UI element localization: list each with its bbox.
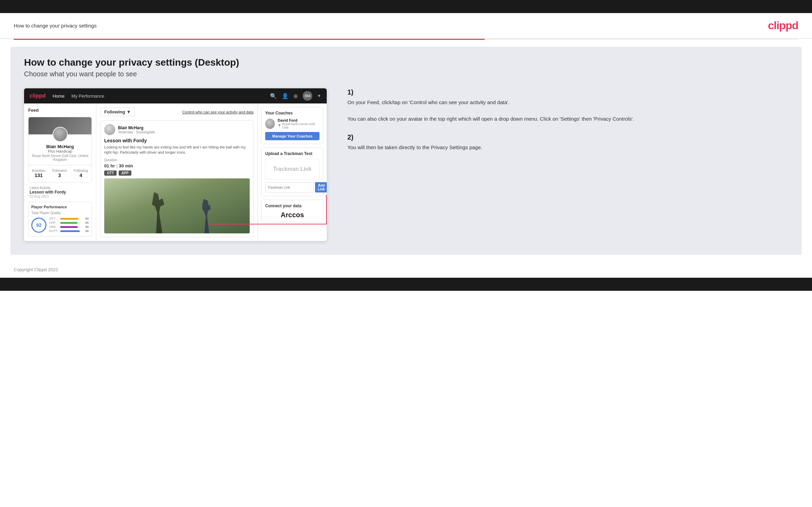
activity-description: Looking to feel like my hands are exitin…	[104, 145, 250, 155]
trackman-title: Upload a Trackman Test	[265, 151, 320, 156]
latest-activity-label: Latest Activity	[30, 186, 90, 190]
pp-bars: OTT 90 APP 85 ARG	[49, 217, 89, 233]
annotation-line-horizontal	[209, 224, 327, 224]
chevron-down-icon[interactable]: ▼	[317, 93, 321, 98]
activity-image	[104, 178, 250, 233]
following-button[interactable]: Following ▼	[100, 108, 135, 116]
step1-number: 1)	[347, 88, 788, 96]
latest-activity-name: Lesson with Fordy	[30, 190, 90, 195]
page-title: How to change your privacy settings (Des…	[24, 57, 788, 68]
search-icon[interactable]: 🔍	[270, 93, 277, 99]
trackman-add-button[interactable]: Add Link	[315, 182, 327, 192]
avatar-initials: BM	[305, 94, 311, 98]
stat-activities-label: Activities	[32, 169, 45, 173]
trackman-input[interactable]	[265, 182, 314, 192]
instruction-1: 1) On your Feed, click/tap on 'Control w…	[347, 88, 788, 123]
header-underline	[14, 39, 798, 40]
user-avatar-nav[interactable]: BM	[303, 91, 312, 101]
activity-card: Blair McHarg Yesterday · Sunningdale Les…	[100, 120, 253, 237]
step2-number: 2)	[347, 133, 788, 141]
profile-avatar	[53, 127, 68, 142]
coach-avatar	[265, 119, 275, 129]
arccos-brand: Arccos	[265, 211, 320, 219]
activity-user-location: Yesterday · Sunningdale	[118, 130, 155, 134]
annotation-line-vertical	[326, 195, 327, 224]
pp-body: 92 OTT 90 APP 85	[31, 217, 89, 233]
coaches-title: Your Coaches	[265, 111, 320, 115]
following-chevron: ▼	[127, 109, 131, 114]
stat-following-label: Following	[74, 169, 88, 173]
connect-title: Connect your data	[265, 203, 320, 208]
pp-title: Player Performance	[31, 205, 89, 209]
profile-card: Blair McHarg Plus Handicap Royal North D…	[28, 117, 92, 183]
stat-followers-label: Followers	[52, 169, 67, 173]
top-bar	[0, 0, 812, 13]
activity-user-info: Blair McHarg Yesterday · Sunningdale	[118, 125, 155, 134]
page-subtitle: Choose what you want people to see	[24, 70, 788, 78]
manage-coaches-button[interactable]: Manage Your Coaches	[265, 132, 320, 140]
coaches-section: Your Coaches David Ford 📍 Royal North De…	[261, 107, 323, 144]
nav-icons: 🔍 👤 ⊕ BM ▼	[270, 91, 321, 101]
stat-activities: Activities 131	[32, 169, 45, 178]
main-content: How to change your privacy settings (Des…	[10, 47, 802, 255]
copyright: Copyright Clippd 2022	[14, 267, 58, 272]
pp-bar-putt: PUTT 96	[49, 229, 89, 233]
golfer-silhouette	[148, 192, 169, 233]
activity-user-avatar	[104, 124, 115, 135]
following-label: Following	[104, 109, 125, 114]
trackman-input-row: Add Link	[265, 182, 320, 192]
pp-bar-ott: OTT 90	[49, 217, 89, 220]
connect-section: Connect your data Arccos	[261, 200, 323, 223]
profile-club: Royal North Devon Golf Club, United King…	[29, 154, 91, 162]
app-body: Feed Blair McHarg Plus Handicap Royal No…	[24, 103, 327, 241]
activity-header: Blair McHarg Yesterday · Sunningdale	[104, 124, 250, 135]
player-performance: Player Performance Total Player Quality …	[28, 202, 92, 236]
footer: Copyright Clippd 2022	[0, 262, 812, 278]
coach-club-name: Royal North Devon Golf Club	[282, 122, 320, 129]
feed-tab[interactable]: Feed	[28, 108, 92, 113]
stat-following: Following 4	[74, 169, 88, 178]
app-center-panel: Following ▼ Control who can see your act…	[96, 103, 258, 241]
nav-item-home[interactable]: Home	[53, 93, 65, 99]
header: How to change your privacy settings clip…	[0, 13, 812, 39]
activity-duration-label: Duration	[104, 158, 250, 162]
coach-info: David Ford 📍 Royal North Devon Golf Club	[278, 118, 320, 129]
stat-following-value: 4	[74, 173, 88, 178]
trackman-placeholder-text: Trackman Link	[265, 159, 320, 179]
app-mockup: clippd Home My Performance 🔍 👤 ⊕ BM ▼	[24, 88, 327, 241]
app-right-panel: Your Coaches David Ford 📍 Royal North De…	[258, 103, 327, 241]
clippd-logo: clippd	[768, 19, 798, 32]
latest-activity: Latest Activity Lesson with Fordy 03 Aug…	[28, 186, 92, 198]
bottom-bar	[0, 278, 812, 291]
plus-circle-icon[interactable]: ⊕	[293, 93, 298, 99]
activity-duration-value: 01 hr : 30 min	[104, 163, 250, 168]
feed-controls: Following ▼ Control who can see your act…	[100, 108, 253, 116]
app-mockup-logo: clippd	[30, 93, 46, 99]
header-title: How to change your privacy settings	[14, 23, 97, 29]
pp-bar-arg: ARG 86	[49, 225, 89, 229]
control-link[interactable]: Control who can see your activity and da…	[182, 110, 253, 114]
app-navbar: clippd Home My Performance 🔍 👤 ⊕ BM ▼	[24, 88, 327, 103]
activity-user-name: Blair McHarg	[118, 125, 155, 130]
profile-name: Blair McHarg	[29, 144, 91, 149]
profile-handicap: Plus Handicap	[29, 149, 91, 153]
profile-stats: Activities 131 Followers 3 Following 4	[29, 165, 91, 178]
person-icon[interactable]: 👤	[282, 93, 289, 99]
pp-score: 92	[31, 218, 46, 233]
pp-bar-app: APP 85	[49, 221, 89, 224]
tag-app: APP	[119, 170, 131, 176]
nav-item-performance[interactable]: My Performance	[72, 93, 104, 99]
coach-club: 📍 Royal North Devon Golf Club	[278, 122, 320, 129]
stat-activities-value: 131	[32, 173, 45, 178]
pp-quality-label: Total Player Quality	[31, 211, 89, 215]
profile-banner	[29, 117, 91, 134]
golfer-silhouette-2	[199, 199, 213, 233]
instructions: 1) On your Feed, click/tap on 'Control w…	[340, 88, 788, 162]
stat-followers-value: 3	[52, 173, 67, 178]
avatar-image	[53, 128, 67, 141]
step2-text: You will then be taken directly to the P…	[347, 143, 788, 152]
coach-item: David Ford 📍 Royal North Devon Golf Club	[265, 118, 320, 129]
activity-title: Lesson with Fordy	[104, 138, 250, 143]
activity-tags: OTT APP	[104, 170, 250, 176]
location-icon: 📍	[278, 124, 281, 128]
